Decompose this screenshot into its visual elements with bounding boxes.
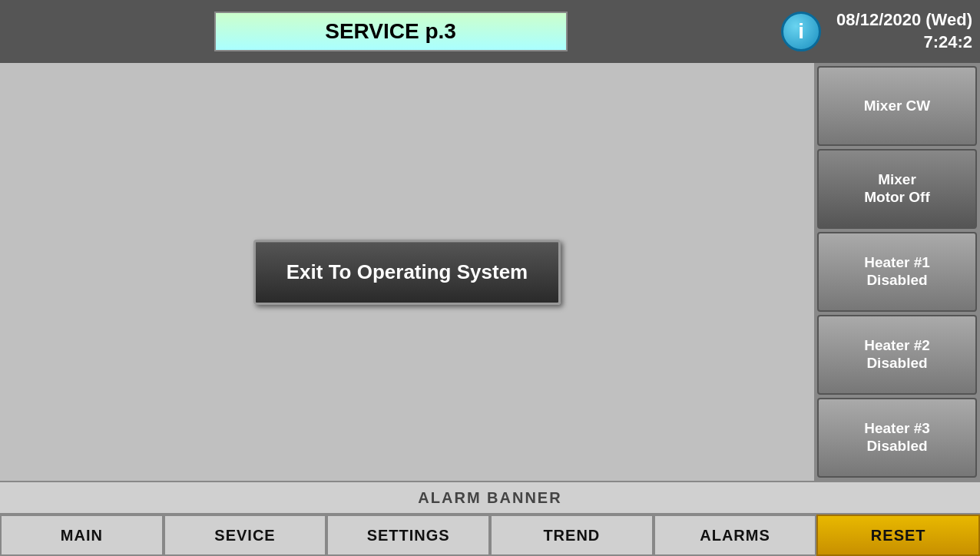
sidebar-btn-heater1[interactable]: Heater #1Disabled bbox=[817, 232, 977, 312]
content-area: Exit To Operating System bbox=[0, 63, 814, 481]
datetime: 08/12/2020 (Wed) 7:24:2 bbox=[836, 9, 972, 53]
right-sidebar: Mixer CW MixerMotor Off Heater #1Disable… bbox=[814, 63, 980, 481]
sidebar-btn-mixer-motor-off[interactable]: MixerMotor Off bbox=[817, 149, 977, 229]
title-banner: SERVICE p.3 bbox=[8, 12, 773, 51]
exit-to-os-button[interactable]: Exit To Operating System bbox=[253, 240, 561, 305]
sidebar-btn-heater2[interactable]: Heater #2Disabled bbox=[817, 315, 977, 395]
alarm-banner: ALARM BANNER bbox=[0, 481, 980, 515]
nav-settings[interactable]: SETTINGS bbox=[326, 515, 490, 556]
datetime-line1: 08/12/2020 (Wed) bbox=[836, 9, 972, 31]
nav-trend[interactable]: TREND bbox=[490, 515, 654, 556]
sidebar-btn-heater3[interactable]: Heater #3Disabled bbox=[817, 398, 977, 478]
info-icon[interactable]: i bbox=[781, 12, 821, 51]
page-title: SERVICE p.3 bbox=[214, 12, 568, 51]
alarm-banner-label: ALARM BANNER bbox=[418, 489, 561, 507]
nav-main[interactable]: MAIN bbox=[0, 515, 164, 556]
main-area: Exit To Operating System Mixer CW MixerM… bbox=[0, 63, 980, 481]
nav-alarms[interactable]: ALARMS bbox=[654, 515, 817, 556]
header: SERVICE p.3 i 08/12/2020 (Wed) 7:24:2 bbox=[0, 0, 980, 63]
sidebar-btn-mixer-cw[interactable]: Mixer CW bbox=[817, 66, 977, 146]
nav-service[interactable]: SEVICE bbox=[164, 515, 327, 556]
datetime-line2: 7:24:2 bbox=[836, 31, 972, 54]
nav-bar: MAIN SEVICE SETTINGS TREND ALARMS RESET bbox=[0, 515, 980, 556]
nav-reset[interactable]: RESET bbox=[816, 515, 980, 556]
